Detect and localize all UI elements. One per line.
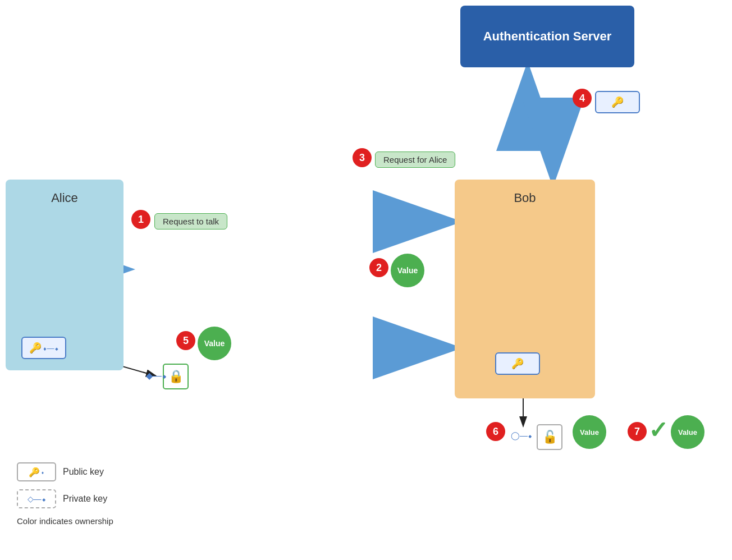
- bob-label: Bob: [514, 191, 536, 205]
- alice-key-symbol: ⬧—⬥: [43, 344, 59, 352]
- step1-label: Request to talk: [154, 213, 227, 229]
- checkmark-icon: ✓: [648, 416, 668, 444]
- step7-value: Value: [671, 415, 704, 449]
- step4-key-icon: 🔑: [611, 96, 624, 108]
- badge-6: 6: [486, 422, 505, 441]
- badge-1: 1: [131, 210, 150, 229]
- legend-public-key-icon: 🔑 ⬧: [17, 462, 56, 481]
- bob-key-box: 🔑: [495, 352, 540, 375]
- lock-open-icon: 🔓: [542, 430, 557, 444]
- step6-lock: 🔓: [537, 424, 562, 450]
- auth-server-box: Authentication Server: [460, 6, 634, 67]
- badge-4: 4: [573, 89, 592, 108]
- alice-key-box: 🔑 ⬧—⬥: [21, 337, 66, 359]
- bob-key-icon: 🔑: [511, 357, 524, 370]
- step6-key: ◯—⬥: [511, 431, 532, 440]
- legend-private-key-icon: ◇—⬥: [17, 489, 56, 508]
- step5-diamond-key: ◆—⬥: [146, 370, 167, 381]
- legend: 🔑 ⬧ Public key ◇—⬥ Private key Color ind…: [17, 462, 113, 526]
- legend-public-key: 🔑 ⬧ Public key: [17, 462, 113, 481]
- step6-value: Value: [573, 415, 606, 449]
- step6-value-label: Value: [580, 428, 599, 437]
- alice-label: Alice: [51, 191, 78, 205]
- badge-7: 7: [628, 422, 647, 441]
- lock-icon: 🔒: [168, 369, 184, 384]
- step4-key-box: 🔑: [595, 91, 640, 113]
- legend-public-key-label: Public key: [63, 467, 104, 477]
- auth-server-label: Authentication Server: [483, 29, 612, 45]
- legend-color-note: Color indicates ownership: [17, 516, 113, 526]
- step3-label: Request for Alice: [375, 152, 455, 168]
- step5-value: Value: [198, 327, 231, 360]
- alice-key-icon: 🔑: [29, 342, 42, 354]
- legend-private-key-label: Private key: [63, 494, 107, 504]
- badge-2: 2: [369, 258, 388, 277]
- step2-value: Value: [391, 254, 424, 287]
- legend-private-key: ◇—⬥ Private key: [17, 489, 113, 508]
- badge-3: 3: [353, 148, 372, 167]
- step7-value-label: Value: [678, 428, 697, 437]
- badge-5: 5: [176, 331, 195, 350]
